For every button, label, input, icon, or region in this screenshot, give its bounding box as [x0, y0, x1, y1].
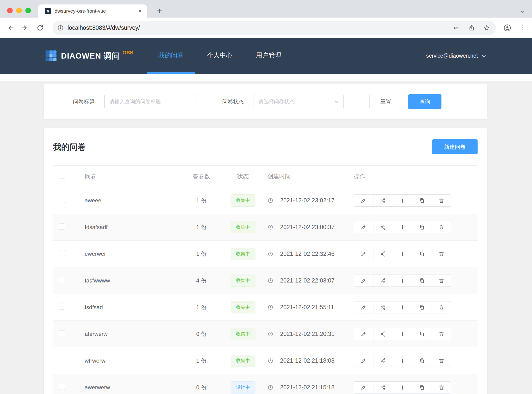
stats-button[interactable] [393, 381, 412, 394]
create-survey-button[interactable]: 新建问卷 [432, 139, 478, 154]
delete-button[interactable] [432, 221, 451, 233]
copy-button[interactable] [412, 275, 432, 287]
zoom-window-button[interactable] [25, 8, 31, 13]
status-badge: 收集中 [231, 328, 255, 340]
edit-button[interactable] [354, 381, 373, 394]
nav-item-personal-center[interactable]: 个人中心 [195, 38, 244, 74]
copy-button[interactable] [412, 301, 432, 313]
stats-button[interactable] [393, 301, 412, 313]
edit-button[interactable] [354, 355, 373, 367]
reload-button[interactable] [36, 24, 44, 32]
tab-list-chevron-icon[interactable] [519, 8, 525, 15]
chevron-down-icon [481, 53, 487, 59]
row-checkbox[interactable] [59, 304, 65, 310]
stats-button[interactable] [393, 248, 412, 260]
response-count: 4 份 [181, 277, 222, 284]
copy-button[interactable] [412, 381, 432, 394]
stats-button[interactable] [393, 355, 412, 367]
copy-icon [419, 251, 425, 257]
share-button[interactable] [373, 301, 393, 313]
search-button[interactable]: 查询 [408, 94, 442, 109]
delete-button[interactable] [432, 301, 451, 313]
share-page-icon[interactable] [468, 24, 475, 31]
browser-tab[interactable]: dwsurvey-oss-front-vue [38, 5, 147, 18]
survey-title-input[interactable] [104, 94, 195, 109]
delete-button[interactable] [432, 381, 451, 394]
response-count: 1 份 [181, 197, 222, 204]
row-checkbox[interactable] [59, 384, 65, 390]
edit-button[interactable] [354, 275, 373, 287]
select-all-checkbox[interactable] [59, 173, 65, 179]
share-button[interactable] [373, 275, 393, 287]
row-checkbox[interactable] [59, 357, 65, 363]
clock-icon [267, 251, 273, 257]
password-key-icon[interactable] [453, 24, 460, 31]
address-bar[interactable]: localhost:8083/#/dw/survey/ [53, 21, 496, 35]
minimize-window-button[interactable] [16, 8, 22, 13]
copy-button[interactable] [412, 355, 432, 367]
new-tab-button[interactable] [156, 7, 163, 14]
forward-button[interactable] [21, 24, 29, 32]
edit-button[interactable] [354, 194, 373, 207]
copy-button[interactable] [412, 328, 432, 340]
delete-button[interactable] [432, 328, 451, 340]
table-row: aferwerw 0 份 收集中 2021-12-02 21:20:31 [53, 321, 478, 347]
stats-button[interactable] [393, 221, 412, 233]
created-time: 2021-12-02 22:03:07 [264, 277, 353, 284]
url-text[interactable]: localhost:8083/#/dw/survey/ [68, 24, 453, 31]
back-button[interactable] [6, 24, 14, 32]
edit-button[interactable] [354, 328, 373, 340]
row-checkbox[interactable] [59, 250, 65, 256]
row-checkbox[interactable] [59, 330, 65, 336]
row-actions [354, 248, 478, 260]
share-icon [380, 197, 386, 204]
edit-button[interactable] [354, 248, 373, 260]
delete-button[interactable] [432, 248, 451, 260]
survey-name: fsdfsad [85, 304, 181, 311]
browser-menu-icon[interactable] [519, 24, 526, 31]
edit-icon [361, 251, 367, 257]
stats-icon [399, 224, 406, 230]
delete-button[interactable] [432, 275, 451, 287]
nav-item-my-surveys[interactable]: 我的问卷 [147, 38, 195, 74]
row-actions [354, 328, 478, 340]
reset-button[interactable]: 重置 [369, 94, 402, 109]
share-button[interactable] [373, 328, 393, 340]
stats-button[interactable] [393, 328, 412, 340]
share-button[interactable] [373, 221, 393, 233]
share-button[interactable] [373, 355, 393, 367]
column-header-responses: 答卷数 [181, 172, 222, 180]
stats-button[interactable] [393, 275, 412, 287]
nav-item-user-management[interactable]: 用户管理 [244, 38, 293, 74]
page-content: 问卷标题 问卷状态 重置 查询 我的问卷 新建问卷 [0, 81, 532, 394]
brand-logo: DIAOWEN 调问 OSS [45, 38, 133, 74]
row-checkbox[interactable] [59, 277, 65, 283]
copy-button[interactable] [412, 248, 432, 260]
share-button[interactable] [373, 248, 393, 260]
delete-button[interactable] [432, 194, 451, 207]
stats-button[interactable] [393, 194, 412, 207]
row-checkbox[interactable] [59, 223, 65, 230]
edit-icon [361, 278, 367, 284]
tab-close-icon[interactable] [138, 8, 143, 14]
profile-avatar[interactable] [503, 24, 511, 32]
delete-button[interactable] [432, 355, 451, 367]
created-time: 2021-12-02 23:02:17 [264, 197, 353, 204]
close-window-button[interactable] [7, 8, 13, 13]
account-menu[interactable]: service@diaowen.net [426, 38, 487, 74]
bookmark-star-icon[interactable] [483, 24, 490, 31]
header-sub-bar [0, 74, 532, 81]
table-body: aweee 1 份 收集中 2021-12-02 23:02:17 [53, 187, 478, 394]
share-button[interactable] [373, 381, 393, 394]
share-icon [380, 278, 386, 284]
site-info-icon[interactable] [57, 25, 64, 31]
share-button[interactable] [373, 194, 393, 207]
copy-button[interactable] [412, 194, 432, 207]
survey-status-select[interactable] [254, 94, 344, 109]
clock-icon [267, 331, 273, 337]
row-checkbox[interactable] [59, 197, 65, 203]
delete-icon [438, 251, 445, 257]
copy-button[interactable] [412, 221, 432, 233]
edit-button[interactable] [354, 301, 373, 313]
edit-button[interactable] [354, 221, 373, 233]
